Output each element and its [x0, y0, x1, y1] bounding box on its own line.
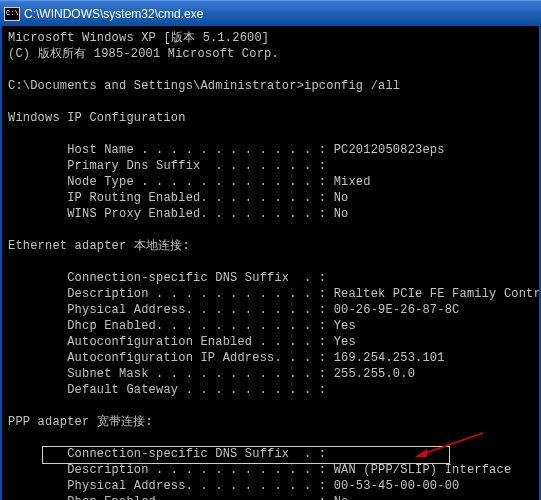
wins-proxy-value: No	[334, 207, 349, 221]
ppp-desc-label: Description . . . . . . . . . . . :	[8, 463, 334, 477]
node-type-value: Mixed	[334, 175, 371, 189]
ppp-dhcp-value: No	[334, 495, 349, 500]
ppp-phys-label: Physical Address. . . . . . . . . :	[8, 479, 334, 493]
eth-phys-value: 00-26-9E-26-87-8C	[334, 303, 460, 317]
eth-subnet-label: Subnet Mask . . . . . . . . . . . :	[8, 367, 334, 381]
node-type-label: Node Type . . . . . . . . . . . . :	[8, 175, 334, 189]
eth-autoconf-ip-label: Autoconfiguration IP Address. . . :	[8, 351, 334, 365]
command-text: ipconfig /all	[304, 79, 400, 93]
host-name-value: PC2012050823eps	[334, 143, 445, 157]
eth-gateway-label: Default Gateway . . . . . . . . . :	[8, 383, 326, 397]
ppp-dns-suffix-label: Connection-specific DNS Suffix . :	[8, 447, 326, 461]
ip-routing-value: No	[334, 191, 349, 205]
eth-dns-suffix-label: Connection-specific DNS Suffix . :	[8, 271, 326, 285]
ppp-phys-value: 00-53-45-00-00-00	[334, 479, 460, 493]
copyright-line: (C) 版权所有 1985-2001 Microsoft Corp.	[8, 47, 279, 61]
prompt-path: C:\Documents and Settings\Administrator>	[8, 79, 304, 93]
window-titlebar[interactable]: C:\WINDOWS\system32\cmd.exe	[0, 0, 541, 26]
eth-dhcp-label: Dhcp Enabled. . . . . . . . . . . :	[8, 319, 334, 333]
eth-autoconf-en-value: Yes	[334, 335, 356, 349]
eth-desc-value: Realtek PCIe FE Family Controller	[334, 287, 541, 301]
primary-dns-label: Primary Dns Suffix . . . . . . . :	[8, 159, 326, 173]
eth-autoconf-en-label: Autoconfiguration Enabled . . . . :	[8, 335, 334, 349]
window-title: C:\WINDOWS\system32\cmd.exe	[24, 7, 203, 21]
os-version-line: Microsoft Windows XP [版本 5.1.2600]	[8, 31, 269, 45]
ppp-header: PPP adapter 宽带连接:	[8, 415, 153, 429]
eth-desc-label: Description . . . . . . . . . . . :	[8, 287, 334, 301]
eth-subnet-value: 255.255.0.0	[334, 367, 415, 381]
ppp-dhcp-label: Dhcp Enabled. . . . . . . . . . . :	[8, 495, 334, 500]
eth-phys-label: Physical Address. . . . . . . . . :	[8, 303, 334, 317]
cmd-icon	[4, 7, 20, 21]
ip-routing-label: IP Routing Enabled. . . . . . . . :	[8, 191, 334, 205]
ppp-desc-value: WAN (PPP/SLIP) Interface	[334, 463, 512, 477]
eth-autoconf-ip-value: 169.254.253.101	[334, 351, 445, 365]
eth-dhcp-value: Yes	[334, 319, 356, 333]
ethernet-header: Ethernet adapter 本地连接:	[8, 239, 190, 253]
ip-config-header: Windows IP Configuration	[8, 111, 186, 125]
host-name-label: Host Name . . . . . . . . . . . . :	[8, 143, 334, 157]
terminal-output: Microsoft Windows XP [版本 5.1.2600] (C) 版…	[0, 26, 541, 500]
wins-proxy-label: WINS Proxy Enabled. . . . . . . . :	[8, 207, 334, 221]
